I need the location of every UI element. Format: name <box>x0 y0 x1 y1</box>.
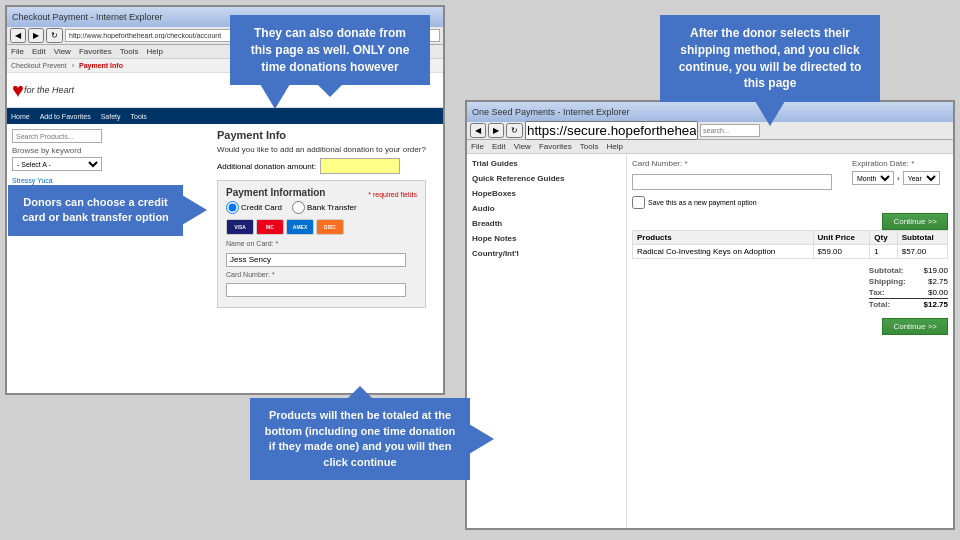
menu-help[interactable]: Help <box>146 47 162 56</box>
continue-button-top[interactable]: Continue >> <box>882 213 948 230</box>
total-value: $12.75 <box>924 300 948 309</box>
right-sidebar-section-hope-notes: Hope Notes <box>472 234 621 243</box>
expiry-month-select[interactable]: Month <box>852 171 894 185</box>
right-main-content: Card Number: * Expiration Date: * Month … <box>627 154 953 528</box>
heart-icon: ♥ <box>12 79 24 102</box>
save-payment-label: Save this as a new payment option <box>648 199 757 206</box>
menu-view[interactable]: View <box>54 47 71 56</box>
right-menu-view[interactable]: View <box>514 142 531 151</box>
name-on-card-input[interactable] <box>226 253 406 267</box>
right-url-bar[interactable] <box>525 121 698 140</box>
category-select[interactable]: - Select A - <box>12 157 102 171</box>
checkout-nav-active: Payment Info <box>79 62 123 69</box>
credit-card-radio[interactable] <box>226 201 239 214</box>
tax-value: $0.00 <box>928 288 948 297</box>
nav-tools[interactable]: Tools <box>131 113 147 120</box>
nav-safety[interactable]: Safety <box>101 113 121 120</box>
refresh-button[interactable]: ↻ <box>46 28 63 43</box>
right-browser-window: One Seed Payments - Internet Explorer ◀ … <box>465 100 955 530</box>
table-row: Radical Co-Investing Keys on Adoption $5… <box>633 244 948 258</box>
browse-label: Browse by keyword <box>12 146 102 155</box>
left-main-content: Payment Info Would you like to add an ad… <box>212 124 431 378</box>
nav-add[interactable]: Add to Favorites <box>40 113 91 120</box>
logo-text: for the Heart <box>24 85 74 95</box>
right-menu-file[interactable]: File <box>471 142 484 151</box>
card-number-input[interactable] <box>226 283 406 297</box>
product-price: $59.00 <box>813 244 870 258</box>
product-qty: 1 <box>870 244 897 258</box>
continue-button-bottom[interactable]: Continue >> <box>882 318 948 335</box>
right-menu-help[interactable]: Help <box>606 142 622 151</box>
name-on-card-field: Name on Card: * <box>226 240 417 267</box>
right-card-number-input[interactable] <box>632 174 832 190</box>
search-input[interactable] <box>12 129 102 143</box>
right-menu-tools[interactable]: Tools <box>580 142 599 151</box>
col-products: Products <box>633 230 814 244</box>
subtotal-label: Subtotal: <box>869 266 904 275</box>
bank-transfer-option[interactable]: Bank Transfer <box>292 201 357 214</box>
amount-input[interactable] <box>320 158 400 174</box>
credit-card-label: Credit Card <box>241 203 282 212</box>
right-sidebar-section-hope: HopeBoxes <box>472 189 621 198</box>
left-callout-arrow <box>182 195 207 225</box>
checkout-nav-item: Checkout Prevent <box>11 62 67 69</box>
nav-home[interactable]: Home <box>11 113 30 120</box>
right-refresh-button[interactable]: ↻ <box>506 123 523 138</box>
card-number-field: Card Number: * <box>226 271 417 298</box>
forward-button[interactable]: ▶ <box>28 28 44 43</box>
bottom-center-callout-arrow <box>469 424 494 454</box>
card-logos: VISA MC AMEX DISC <box>226 219 417 235</box>
right-sidebar: Trial Guides Quick Reference Guides Hope… <box>467 154 627 528</box>
top-right-callout: After the donor selects their shipping m… <box>660 15 880 102</box>
menu-file[interactable]: File <box>11 47 24 56</box>
top-right-callout-arrow <box>755 101 785 126</box>
right-browser-menu: File Edit View Favorites Tools Help <box>467 140 953 154</box>
bottom-center-callout: Products will then be totaled at the bot… <box>250 398 470 480</box>
right-search-bar[interactable] <box>700 124 760 137</box>
total-label: Total: <box>869 300 890 309</box>
name-on-card-label: Name on Card: * <box>226 240 417 247</box>
shipping-label: Shipping: <box>869 277 906 286</box>
amex-logo: AMEX <box>286 219 314 235</box>
col-unit-price: Unit Price <box>813 230 870 244</box>
totals-tax-row: Tax: $0.00 <box>869 287 948 298</box>
credit-card-option[interactable]: Credit Card <box>226 201 282 214</box>
right-browser-content: Trial Guides Quick Reference Guides Hope… <box>467 154 953 528</box>
expiry-year-select[interactable]: Year <box>903 171 940 185</box>
right-expiry-label: Expiration Date: * <box>852 159 940 168</box>
right-menu-favorites[interactable]: Favorites <box>539 142 572 151</box>
bank-transfer-radio[interactable] <box>292 201 305 214</box>
right-card-number-label: Card Number: * <box>632 159 832 168</box>
product-subtotal: $57.00 <box>897 244 947 258</box>
totals-shipping-row: Shipping: $2.75 <box>869 276 948 287</box>
left-sidebar: Browse by keyword - Select A - Stressy Y… <box>7 124 107 378</box>
payment-radio-row: Credit Card Bank Transfer <box>226 201 417 214</box>
right-browser-titlebar: One Seed Payments - Internet Explorer <box>467 102 953 122</box>
tax-label: Tax: <box>869 288 885 297</box>
totals-subtotal-row: Subtotal: $19.00 <box>869 265 948 276</box>
payment-info-label: Payment Information <box>226 187 325 198</box>
left-callout-text: Donors can choose a credit card or bank … <box>22 196 169 223</box>
products-table: Products Unit Price Qty Subtotal Radical… <box>632 230 948 259</box>
right-forward-button[interactable]: ▶ <box>488 123 504 138</box>
left-toolbar-nav: Home Add to Favorites Safety Tools <box>7 108 443 124</box>
bottom-center-callout-text: Products will then be totaled at the bot… <box>265 409 456 467</box>
visa-logo: VISA <box>226 219 254 235</box>
donation-amount-row: Additional donation amount: <box>217 158 426 174</box>
save-payment-checkbox[interactable] <box>632 196 645 209</box>
back-button[interactable]: ◀ <box>10 28 26 43</box>
main-container: Checkout Payment - Internet Explorer ◀ ▶… <box>0 0 960 540</box>
menu-tools[interactable]: Tools <box>120 47 139 56</box>
menu-favorites[interactable]: Favorites <box>79 47 112 56</box>
menu-edit[interactable]: Edit <box>32 47 46 56</box>
callout-arrow-down-left <box>260 84 290 109</box>
expiry-row: Month › Year <box>852 171 940 185</box>
right-back-button[interactable]: ◀ <box>470 123 486 138</box>
right-sidebar-section-quick: Quick Reference Guides <box>472 174 621 183</box>
right-menu-edit[interactable]: Edit <box>492 142 506 151</box>
save-payment-row: Save this as a new payment option <box>632 196 948 209</box>
col-subtotal: Subtotal <box>897 230 947 244</box>
additional-label: Additional donation amount: <box>217 162 316 171</box>
bank-transfer-label: Bank Transfer <box>307 203 357 212</box>
left-browser-title: Checkout Payment - Internet Explorer <box>12 12 163 22</box>
